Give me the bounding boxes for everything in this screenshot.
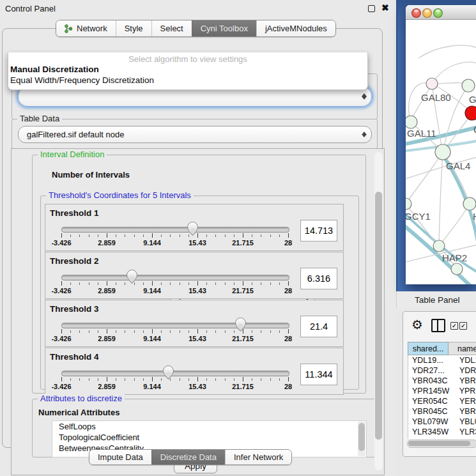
tab-jactivemnodules[interactable]: jActiveMNodules bbox=[256, 20, 335, 36]
slider-thumb[interactable] bbox=[187, 222, 198, 233]
tab-impute-data[interactable]: Impute Data bbox=[89, 450, 151, 464]
tick-mark bbox=[180, 234, 180, 237]
table-row[interactable]: YBR043CYBR043C bbox=[408, 376, 476, 386]
threshold-value-field[interactable]: 21.4 bbox=[300, 316, 337, 337]
tick-label: 9.144 bbox=[143, 239, 161, 247]
tick-mark bbox=[252, 330, 252, 333]
column-header-name[interactable]: name bbox=[449, 342, 476, 355]
gear-icon[interactable]: ⚙ bbox=[411, 317, 423, 332]
network-node[interactable] bbox=[433, 240, 445, 252]
table-row[interactable]: YDL19...YDL19 bbox=[408, 355, 476, 365]
tab-infer-network[interactable]: Infer Network bbox=[225, 450, 291, 464]
horizontal-scrollbar[interactable] bbox=[407, 440, 476, 448]
list-item[interactable]: SelfLoops bbox=[52, 421, 366, 432]
tick-mark bbox=[252, 282, 252, 285]
table-row[interactable]: YBL079WYBL079W bbox=[408, 417, 476, 427]
tick-mark bbox=[152, 233, 153, 238]
table-row[interactable]: YLR345WYLR345W bbox=[408, 427, 476, 437]
network-node[interactable] bbox=[435, 144, 450, 160]
tick-mark bbox=[252, 234, 252, 237]
close-icon[interactable]: ✖ bbox=[381, 3, 389, 13]
cyni-mode-tabbar: Impute DataDiscretize DataInfer Network bbox=[89, 449, 292, 465]
table-cell: YBR045C bbox=[408, 406, 454, 417]
table-cell: YER054C bbox=[454, 396, 476, 406]
tick-mark bbox=[161, 234, 162, 237]
tick-mark bbox=[134, 282, 135, 285]
network-node[interactable] bbox=[426, 78, 438, 89]
slider-track[interactable] bbox=[61, 227, 289, 233]
algorithm-dropdown-popup: Select algorithm to view settings Manual… bbox=[8, 52, 368, 90]
tab-select[interactable]: Select bbox=[151, 20, 192, 36]
table-row[interactable]: YBR045CYBR045C bbox=[408, 406, 476, 417]
node-label: GAL4 bbox=[446, 160, 470, 171]
tab-cyni-toolbox[interactable]: Cyni Toolbox bbox=[192, 20, 256, 36]
network-node[interactable] bbox=[463, 197, 476, 210]
tick-mark bbox=[125, 330, 125, 333]
column-header-shared-name[interactable]: shared... bbox=[408, 342, 449, 355]
traffic-light-zoom-icon[interactable] bbox=[433, 8, 443, 18]
tick-mark bbox=[79, 234, 80, 237]
tick-mark bbox=[134, 234, 135, 237]
tab-discretize-data[interactable]: Discretize Data bbox=[151, 450, 225, 464]
scrollbar-thumb[interactable] bbox=[408, 441, 470, 446]
table-cell: YBR043C bbox=[408, 376, 454, 386]
tab-network[interactable]: Network bbox=[56, 20, 116, 36]
network-canvas[interactable]: GAL80 GA C GAL11 GAL4 GCY1 H HAP2 bbox=[406, 20, 476, 284]
tick-mark bbox=[107, 329, 107, 334]
checkbox-icon[interactable]: ✓ bbox=[459, 322, 467, 330]
slider-track[interactable] bbox=[61, 275, 289, 280]
list-item[interactable]: TopologicalCoefficient bbox=[52, 432, 366, 443]
network-node[interactable] bbox=[406, 198, 411, 210]
tab-style[interactable]: Style bbox=[116, 20, 151, 36]
float-window-icon[interactable] bbox=[368, 5, 375, 12]
tick-mark bbox=[125, 378, 125, 381]
table-cell: YBR043C bbox=[454, 376, 476, 386]
threshold-value-field[interactable]: 14.713 bbox=[300, 220, 337, 242]
tick-mark bbox=[270, 330, 271, 333]
tick-mark bbox=[188, 234, 189, 237]
slider-thumb[interactable] bbox=[163, 365, 174, 376]
scrollbar-thumb[interactable] bbox=[375, 192, 382, 440]
threshold-slider: -3.4262.8599.14415.4321.71528 bbox=[45, 348, 295, 394]
tick-mark bbox=[288, 233, 289, 238]
scrollbar-thumb[interactable] bbox=[358, 423, 365, 451]
table-panel-header: Table Panel bbox=[396, 291, 476, 309]
checkbox-icon[interactable]: ✓ bbox=[450, 322, 458, 330]
threshold-value-field[interactable]: 6.316 bbox=[300, 268, 337, 289]
network-node[interactable] bbox=[465, 106, 476, 120]
tick-mark bbox=[243, 233, 243, 238]
network-node[interactable] bbox=[462, 79, 475, 92]
table-row[interactable]: YIL052CYIL052C bbox=[408, 437, 476, 439]
table-row[interactable]: YER054CYER054C bbox=[408, 396, 476, 406]
table-data-title: Table Data bbox=[17, 114, 62, 123]
table-row[interactable]: YDR27...YDR27 bbox=[408, 365, 476, 376]
tick-mark bbox=[279, 282, 280, 285]
vertical-scrollbar[interactable] bbox=[374, 152, 383, 470]
tick-mark bbox=[70, 282, 71, 285]
tick-mark bbox=[197, 281, 198, 286]
interval-definition-title: Interval Definition bbox=[38, 150, 107, 159]
tick-mark bbox=[70, 330, 71, 333]
tick-mark bbox=[206, 378, 207, 381]
tick-label: 21.715 bbox=[232, 287, 254, 295]
split-panel-icon[interactable] bbox=[431, 319, 445, 332]
slider-thumb[interactable] bbox=[127, 270, 137, 280]
tab-label: Impute Data bbox=[98, 452, 143, 462]
tick-label: 15.43 bbox=[188, 239, 206, 247]
menu-item-manual-discretization[interactable]: Manual Discretization bbox=[8, 64, 367, 75]
slider-track[interactable] bbox=[61, 371, 289, 376]
traffic-light-minimize-icon[interactable] bbox=[422, 8, 432, 18]
network-node[interactable] bbox=[406, 116, 417, 128]
traffic-light-close-icon[interactable] bbox=[411, 8, 421, 18]
table-row[interactable]: YPR145WYPR145W bbox=[408, 386, 476, 396]
tick-mark bbox=[279, 234, 280, 237]
panel-title: Control Panel bbox=[5, 4, 56, 13]
menu-item-equal-width-frequency[interactable]: Equal Width/Frequency Discretization bbox=[8, 75, 367, 86]
table-data-combobox[interactable]: galFiltered.sif default node bbox=[18, 126, 372, 143]
vertical-scrollbar[interactable] bbox=[358, 422, 365, 456]
threshold-value-field[interactable]: 11.344 bbox=[300, 364, 337, 385]
tick-mark bbox=[288, 281, 289, 286]
network-node[interactable] bbox=[451, 263, 463, 275]
slider-track[interactable] bbox=[61, 323, 289, 328]
interval-definition-group: Interval Definition Number of Intervals … bbox=[32, 155, 366, 394]
